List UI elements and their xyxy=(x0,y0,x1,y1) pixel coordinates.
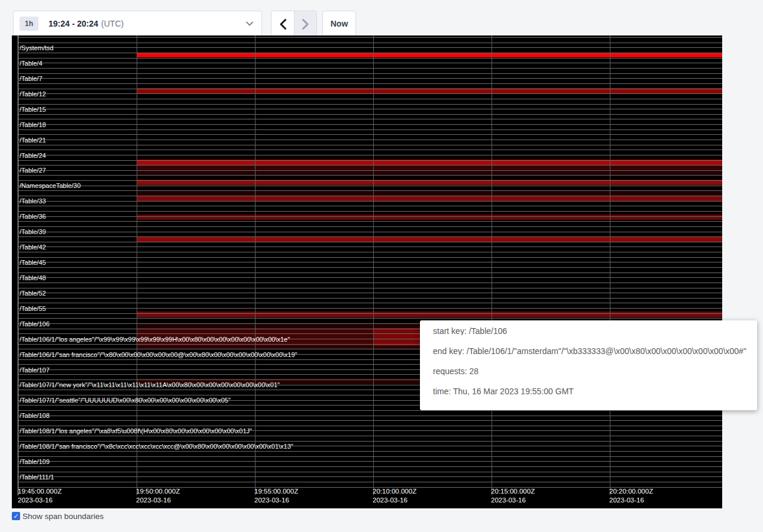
grid-row-line xyxy=(18,37,722,38)
chevron-left-icon xyxy=(280,19,286,30)
grid-col-line xyxy=(492,35,492,495)
grid-row-line xyxy=(18,461,722,462)
row-label: /Table/107/1/"seattle"/"UUUUUUD\x00\x80\… xyxy=(20,397,231,404)
grid-row-line xyxy=(18,273,722,273)
grid-row-line xyxy=(18,216,722,217)
x-axis-label: 19:55:00.000Z2023-03-16 xyxy=(254,487,298,505)
tooltip-line: requests: 28 xyxy=(433,367,746,375)
grid-row-line xyxy=(18,252,722,252)
grid-row-line xyxy=(18,472,722,472)
grid-row-line xyxy=(18,277,722,278)
row-label: /Table/7 xyxy=(20,76,43,82)
grid-row-line xyxy=(18,83,722,84)
row-label: /Table/12 xyxy=(20,91,46,98)
axis-time: 20:10:00.000Z xyxy=(373,487,416,496)
row-label: /System/tsd xyxy=(20,45,53,51)
row-label: /Table/106/1/"los angeles"/"\x99\x99\x99… xyxy=(20,336,290,343)
chevron-down-icon xyxy=(246,21,253,26)
grid-row-line xyxy=(18,145,722,145)
grid-row-line xyxy=(18,196,722,196)
row-label: /Table/107/1/"new york"/"\x11\x11\x11\x1… xyxy=(20,382,280,388)
grid-row-line xyxy=(18,43,722,43)
footer: ✓ Show span boundaries xyxy=(12,512,104,521)
grid-row-line xyxy=(18,416,722,416)
axis-date: 2023-03-16 xyxy=(373,496,416,505)
row-label: /Table/108/1/"los angeles"/"\xa8\xf5\u00… xyxy=(20,428,252,434)
grid-row-line xyxy=(18,236,722,237)
time-range-dropdown[interactable]: 1h 19:24 - 20:24 (UTC) xyxy=(13,11,262,37)
tooltip-line: start key: /Table/106 xyxy=(433,327,746,335)
grid-row-line xyxy=(18,73,722,74)
grid-row-line xyxy=(18,170,722,171)
axis-time: 19:55:00.000Z xyxy=(254,487,298,496)
grid-row-line xyxy=(18,119,722,119)
tooltip-line: time: Thu, 16 Mar 2023 19:55:00 GMT xyxy=(433,387,746,395)
row-label: /Table/36 xyxy=(20,213,46,220)
grid-row-line xyxy=(18,456,722,457)
grid-row-line xyxy=(18,476,722,477)
x-axis-label: 20:20:00.000Z2023-03-16 xyxy=(609,487,653,505)
row-label: /Table/18 xyxy=(20,122,46,128)
tooltip-line: end key: /Table/106/1/"amsterdam"/"\xb33… xyxy=(433,347,746,355)
grid-row-line xyxy=(18,242,722,242)
grid-row-line xyxy=(18,293,722,293)
grid-row-line xyxy=(18,165,722,166)
grid-row-line xyxy=(18,283,722,283)
row-label: /Table/52 xyxy=(20,290,46,297)
grid-row-line xyxy=(18,104,722,105)
x-axis-label: 19:50:00.000Z2023-03-16 xyxy=(136,487,180,505)
row-label: /Table/27 xyxy=(20,167,46,174)
row-label: /Table/48 xyxy=(20,275,46,281)
now-button[interactable]: Now xyxy=(322,11,356,37)
row-label: /Table/111/1 xyxy=(20,474,54,481)
axis-time: 19:45:00.000Z xyxy=(18,487,62,496)
grid-row-line xyxy=(18,124,722,125)
axis-date: 2023-03-16 xyxy=(136,496,180,505)
grid-row-line xyxy=(18,441,722,442)
grid-row-line xyxy=(18,140,722,140)
row-label: /NamespaceTable/30 xyxy=(20,183,80,189)
grid-row-line xyxy=(18,93,722,94)
grid-row-line xyxy=(18,246,722,247)
grid-row-line xyxy=(18,53,722,53)
heat-band xyxy=(137,53,722,57)
grid-col-line xyxy=(255,35,256,495)
grid-col-line xyxy=(373,35,374,495)
grid-row-line xyxy=(18,175,722,176)
grid-row-line xyxy=(18,186,722,186)
row-label: /Table/108 xyxy=(20,413,50,419)
next-range-button[interactable] xyxy=(294,11,316,37)
row-label: /Table/106/1/"san francisco"/"\x80\x00\x… xyxy=(20,352,298,358)
grid-row-line xyxy=(18,303,722,303)
grid-row-line xyxy=(18,288,722,288)
grid-row-line xyxy=(18,89,722,89)
grid-row-line xyxy=(18,114,722,115)
grid-row-line xyxy=(18,63,722,63)
grid-row-line xyxy=(18,99,722,99)
row-label: /Table/106 xyxy=(20,321,50,327)
grid-row-line xyxy=(18,134,722,135)
key-visualizer-canvas[interactable]: /System/tsd/Table/4/Table/7/Table/12/Tab… xyxy=(12,35,722,508)
row-label: /Table/15 xyxy=(20,106,46,113)
grid-left-edge-line xyxy=(18,35,18,495)
grid-row-line xyxy=(18,420,722,421)
axis-date: 2023-03-16 xyxy=(254,496,298,505)
axis-date: 2023-03-16 xyxy=(609,496,653,505)
heat-band xyxy=(137,312,722,317)
grid-row-line xyxy=(18,226,722,227)
axis-time: 20:20:00.000Z xyxy=(609,487,653,496)
grid-row-line xyxy=(18,180,722,181)
show-span-boundaries-checkbox[interactable]: ✓ xyxy=(12,512,20,520)
heat-band xyxy=(137,166,722,170)
row-label: /Table/4 xyxy=(20,60,43,67)
axis-date: 2023-03-16 xyxy=(491,496,535,505)
key-visualizer-page: 1h 19:24 - 20:24 (UTC) Now /System/tsd/T… xyxy=(0,0,763,532)
grid-row-line xyxy=(18,206,722,206)
x-axis-label: 20:10:00.000Z2023-03-16 xyxy=(373,487,416,505)
grid-row-line xyxy=(18,129,722,130)
prev-range-button[interactable] xyxy=(271,11,294,37)
grid-row-line xyxy=(18,47,722,48)
grid-row-line xyxy=(18,318,722,319)
grid-row-line xyxy=(18,211,722,212)
heat-band xyxy=(137,215,722,220)
